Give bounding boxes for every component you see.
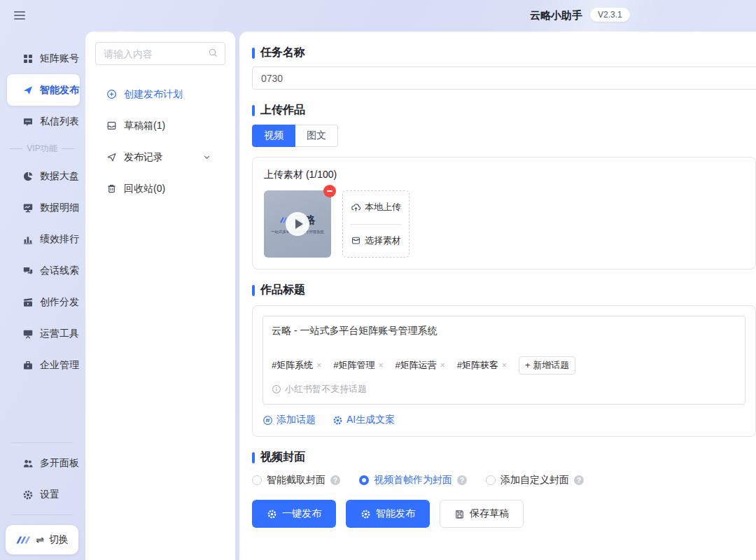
remove-tag-icon[interactable]: × [440,360,445,370]
message-icon [22,116,34,127]
sidebar-item-creation-distribution[interactable]: 创作分发 [7,286,80,318]
ai-generate-button[interactable]: AI生成文案 [332,414,395,426]
local-upload-button[interactable]: 本地上传 [343,191,409,224]
info-icon [272,384,281,394]
sidebar-item-conversation-leads[interactable]: 会话线索 [7,255,80,286]
title-editor[interactable]: 云略 - 一站式多平台矩阵账号管理系统 #矩阵系统 × #矩阵管理 × #矩阵运… [262,316,746,405]
button-label: 保存草稿 [470,507,509,520]
topic-tag[interactable]: #矩阵获客 × [457,359,507,372]
chevron-down-icon[interactable] [202,153,211,162]
topic-tag[interactable]: #矩阵系统 × [272,359,321,372]
help-icon[interactable]: ? [574,475,584,485]
search-icon[interactable] [208,48,218,58]
bar-chart-icon [22,234,34,245]
add-topic-chip[interactable]: + 新增话题 [519,356,575,374]
sidebar-item-label: 数据大盘 [40,170,79,183]
ai-generate-label: AI生成文案 [346,414,395,426]
publish-sidebar: 创建发布计划 草稿箱(1) 发布记录 回收站(0) [85,31,235,560]
select-material-button[interactable]: 选择素材 [343,225,409,258]
vip-section-divider: VIP功能 [0,137,84,160]
save-draft-button[interactable]: 保存草稿 [440,500,524,528]
play-button[interactable] [286,212,309,236]
sidebar-item-label: 数据明细 [40,202,79,214]
publish-actions-row: 一键发布 智能发布 保存草稿 [252,500,756,528]
radio-icon[interactable] [486,475,496,485]
work-title-card: 云略 - 一站式多平台矩阵账号管理系统 #矩阵系统 × #矩阵管理 × #矩阵运… [252,305,756,437]
app-title: 云略小助手 [530,9,582,22]
menu-item-create-publish-plan[interactable]: 创建发布计划 [95,78,225,110]
button-label: 一键发布 [282,507,321,520]
task-name-input[interactable] [252,66,756,90]
sidebar-item-performance-ranking[interactable]: 绩效排行 [7,223,80,255]
help-icon[interactable]: ? [457,475,467,485]
paper-plane-icon [106,152,117,162]
sidebar-item-settings[interactable]: 设置 [7,479,80,510]
upload-material-row: 云略 一站式多平台矩阵账号管理系统 本地上传 选择素材 [264,190,744,258]
work-title-section-title: 作品标题 [252,284,756,296]
topic-tag[interactable]: #矩阵运营 × [396,359,445,372]
switch-account-button[interactable]: ⇌ 切换 [6,525,78,554]
sidebar-item-enterprise-management[interactable]: 企业管理 [7,349,80,381]
radio-icon[interactable] [359,475,369,485]
hamburger-menu-icon[interactable] [14,11,25,22]
video-cover-section-title: 视频封面 [252,451,756,463]
topic-tag-label: #矩阵获客 [457,359,498,372]
gear-icon [360,509,371,519]
plus-circle-icon [106,89,117,99]
topic-tag-label: #矩阵运营 [396,359,437,372]
title-accent-bar [252,48,255,59]
topic-tag[interactable]: #矩阵管理 × [333,359,383,372]
remove-tag-icon[interactable]: × [502,360,507,370]
sidebar-item-multi-panel[interactable]: 多开面板 [7,447,80,479]
floppy-icon [454,509,465,519]
sidebar-item-operation-tools[interactable]: 运营工具 [7,318,80,349]
video-thumbnail[interactable]: 云略 一站式多平台矩阵账号管理系统 [264,190,331,258]
briefcase-icon [22,360,34,371]
sidebar-item-label: 多开面板 [40,457,79,470]
send-icon [22,85,34,96]
cover-option-label: 视频首帧作为封面 [374,474,452,486]
menu-item-publish-record[interactable]: 发布记录 [95,141,225,173]
menu-item-draft-box[interactable]: 草稿箱(1) [95,110,225,141]
sidebar-item-label: 设置 [40,489,59,501]
cover-option-first-frame[interactable]: 视频首帧作为封面 ? [359,474,467,486]
sidebar-spacer [0,381,84,438]
sidebar-item-label: 会话线索 [40,265,79,277]
sidebar-item-label: 企业管理 [40,359,79,372]
sidebar-item-smart-publish[interactable]: 智能发布 [7,74,80,106]
sidebar-item-data-dashboard[interactable]: 数据大盘 [7,160,80,192]
topic-tag-label: #矩阵管理 [333,359,374,372]
sidebar-item-label: 私信列表 [40,115,79,128]
radio-icon[interactable] [252,475,262,485]
sidebar-item-data-detail[interactable]: 数据明细 [7,192,80,223]
tab-video[interactable]: 视频 [252,125,295,147]
help-icon[interactable]: ? [330,475,340,485]
sidebar-item-matrix-accounts[interactable]: 矩阵账号 [7,43,80,74]
one-click-publish-button[interactable]: 一键发布 [252,500,336,528]
menu-item-recycle-bin[interactable]: 回收站(0) [95,173,225,204]
pie-icon [22,171,34,182]
tab-image-text[interactable]: 图文 [295,125,338,147]
gear-icon [267,509,277,519]
smart-publish-button[interactable]: 智能发布 [346,500,430,528]
local-upload-label: 本地上传 [365,201,401,214]
cover-options-row: 智能截取封面 ? 视频首帧作为封面 ? 添加自定义封面 ? [252,474,756,486]
remove-tag-icon[interactable]: × [316,360,321,370]
add-topic-button[interactable]: 添加话题 [262,414,316,426]
sidebar-item-private-messages[interactable]: 私信列表 [7,106,80,137]
cover-option-label: 智能截取封面 [267,474,326,486]
sidebar-item-label: 运营工具 [40,328,79,340]
draftbox-icon [106,120,117,131]
platform-note: 小红书暂不支持话题 [272,383,736,396]
menu-item-label: 草稿箱(1) [124,120,165,132]
task-name-section-title: 任务名称 [252,47,756,59]
title-text[interactable]: 云略 - 一站式多平台矩阵账号管理系统 [272,325,736,337]
material-box-icon [351,235,361,246]
search-input[interactable] [95,42,225,65]
remove-material-button[interactable] [323,185,336,197]
cover-option-smart-capture[interactable]: 智能截取封面 ? [252,474,340,486]
hash-circle-icon [262,415,273,426]
media-type-tabs: 视频 图文 [252,125,756,147]
remove-tag-icon[interactable]: × [378,360,383,370]
cover-option-custom[interactable]: 添加自定义封面 ? [486,474,584,486]
